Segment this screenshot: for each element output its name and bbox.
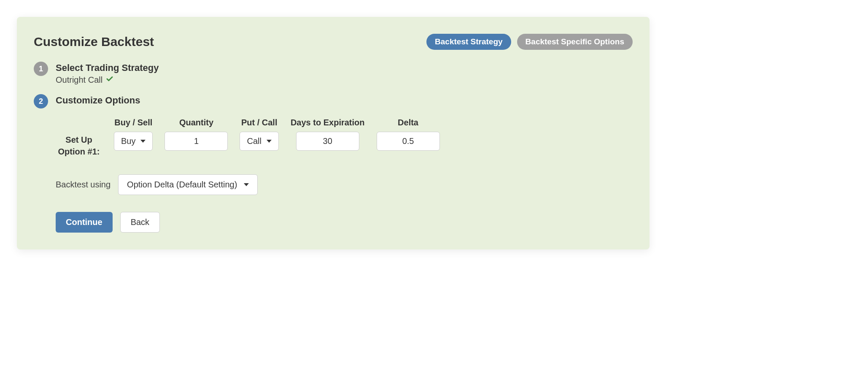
continue-button[interactable]: Continue bbox=[56, 212, 113, 233]
label-putcall: Put / Call bbox=[241, 118, 278, 127]
dropdown-buysell-value: Buy bbox=[121, 136, 135, 146]
setup-label: Set Up Option #1: bbox=[56, 118, 102, 157]
step-1-selected: Outright Call bbox=[56, 75, 159, 85]
field-putcall: Put / Call Call bbox=[240, 118, 278, 151]
label-quantity: Quantity bbox=[179, 118, 213, 127]
step-2-badge: 2 bbox=[34, 94, 48, 108]
step-1-selected-label: Outright Call bbox=[56, 75, 102, 85]
input-days[interactable] bbox=[296, 132, 359, 151]
label-delta: Delta bbox=[398, 118, 418, 127]
dropdown-backtest-using-value: Option Delta (Default Setting) bbox=[127, 180, 237, 190]
field-quantity: Quantity bbox=[164, 118, 228, 151]
field-days: Days to Expiration bbox=[291, 118, 365, 151]
step-1-row: 1 Select Trading Strategy Outright Call bbox=[34, 62, 633, 85]
setup-label-line2: Option #1: bbox=[58, 147, 100, 156]
button-row: Continue Back bbox=[56, 212, 633, 233]
caret-down-icon bbox=[140, 140, 146, 143]
setup-label-line1: Set Up bbox=[65, 135, 92, 144]
input-quantity[interactable] bbox=[164, 132, 228, 151]
step-1-title: Select Trading Strategy bbox=[56, 62, 159, 73]
check-icon bbox=[106, 75, 113, 85]
page-title: Customize Backtest bbox=[34, 35, 154, 49]
options-area: Set Up Option #1: Buy / Sell Buy Quantit… bbox=[34, 118, 633, 233]
dropdown-putcall[interactable]: Call bbox=[240, 132, 278, 151]
tab-backtest-strategy[interactable]: Backtest Strategy bbox=[426, 34, 511, 50]
dropdown-putcall-value: Call bbox=[247, 136, 261, 146]
step-1-badge: 1 bbox=[34, 62, 48, 76]
input-delta[interactable] bbox=[377, 132, 440, 151]
caret-down-icon bbox=[267, 140, 272, 143]
caret-down-icon bbox=[244, 183, 249, 186]
field-buysell: Buy / Sell Buy bbox=[114, 118, 153, 151]
label-buysell: Buy / Sell bbox=[114, 118, 152, 127]
step-2-row: 2 Customize Options bbox=[34, 94, 633, 108]
back-button[interactable]: Back bbox=[120, 212, 160, 233]
dropdown-backtest-using[interactable]: Option Delta (Default Setting) bbox=[118, 174, 258, 195]
step-1-content: Select Trading Strategy Outright Call bbox=[56, 62, 159, 85]
backtest-using-row: Backtest using Option Delta (Default Set… bbox=[56, 174, 633, 195]
step-2-title: Customize Options bbox=[56, 95, 140, 106]
label-days: Days to Expiration bbox=[291, 118, 365, 127]
step-2-content: Customize Options bbox=[56, 94, 140, 108]
backtest-card: Customize Backtest Backtest Strategy Bac… bbox=[17, 17, 650, 249]
header-row: Customize Backtest Backtest Strategy Bac… bbox=[34, 34, 633, 50]
field-delta: Delta bbox=[377, 118, 440, 151]
tab-backtest-specific-options[interactable]: Backtest Specific Options bbox=[517, 34, 633, 50]
backtest-using-label: Backtest using bbox=[56, 180, 111, 190]
setup-row: Set Up Option #1: Buy / Sell Buy Quantit… bbox=[56, 118, 633, 157]
tabs: Backtest Strategy Backtest Specific Opti… bbox=[426, 34, 633, 50]
dropdown-buysell[interactable]: Buy bbox=[114, 132, 153, 151]
